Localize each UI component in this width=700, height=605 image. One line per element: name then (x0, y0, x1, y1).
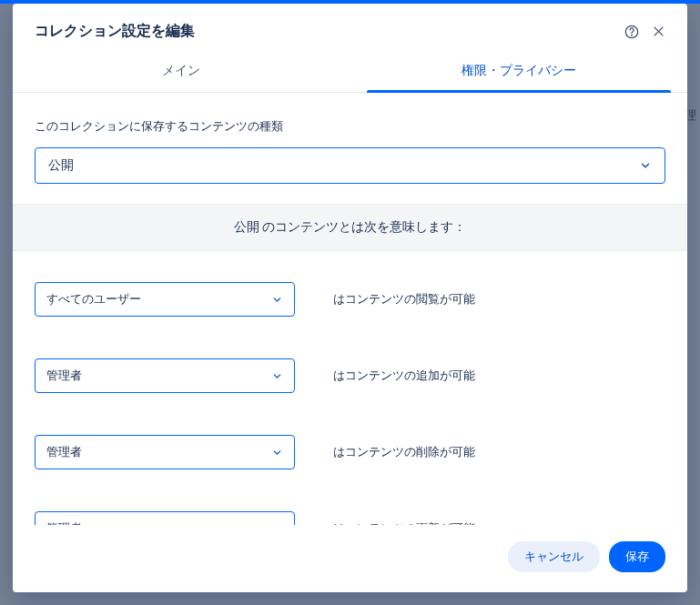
edit-collection-settings-modal: コレクション設定を編集 メイン 権限・プライバシー このコレクションに保存するコ… (13, 4, 687, 592)
chevron-down-icon (639, 159, 652, 172)
modal-footer: キャンセル 保存 (13, 525, 687, 592)
explanation-banner: 公開 のコンテンツとは次を意味します： (13, 204, 687, 251)
modal-header: コレクション設定を編集 (13, 4, 687, 52)
add-role-value: 管理者 (46, 368, 82, 384)
content-type-label: このコレクションに保存するコンテンツの種類 (35, 118, 665, 135)
permission-row-update: 管理者 はコンテンツの更新が可能 (35, 511, 665, 525)
modal-content: このコレクションに保存するコンテンツの種類 公開 公開 のコンテンツとは次を意味… (13, 93, 687, 525)
permission-row-add: 管理者 はコンテンツの追加が可能 (35, 358, 665, 393)
add-role-select[interactable]: 管理者 (35, 358, 295, 393)
close-icon[interactable] (652, 25, 665, 38)
permission-row-view: すべてのユーザー はコンテンツの閲覧が可能 (35, 282, 665, 317)
save-button[interactable]: 保存 (609, 541, 665, 572)
cancel-button[interactable]: キャンセル (508, 541, 600, 572)
header-actions (624, 25, 665, 39)
tab-main[interactable]: メイン (13, 52, 350, 93)
view-role-value: すべてのユーザー (46, 291, 141, 308)
add-permission-text: はコンテンツの追加が可能 (333, 368, 475, 384)
view-permission-text: はコンテンツの閲覧が可能 (333, 291, 475, 308)
tab-main-label: メイン (162, 63, 200, 77)
modal-title: コレクション設定を編集 (35, 22, 624, 41)
top-accent-bar (0, 0, 700, 4)
tab-privacy-label: 権限・プライバシー (462, 63, 576, 77)
svg-point-1 (632, 35, 633, 35)
chevron-down-icon (271, 294, 283, 306)
chevron-down-icon (271, 370, 283, 382)
update-role-select[interactable]: 管理者 (35, 511, 295, 525)
content-type-value: 公開 (48, 157, 74, 174)
tab-privacy[interactable]: 権限・プライバシー (350, 52, 688, 93)
help-icon[interactable] (624, 25, 639, 39)
content-type-select[interactable]: 公開 (35, 147, 665, 184)
delete-role-select[interactable]: 管理者 (35, 435, 295, 469)
permission-rows: すべてのユーザー はコンテンツの閲覧が可能 管理者 はコンテンツの追加が可能 (35, 251, 665, 525)
permission-row-delete: 管理者 はコンテンツの削除が可能 (35, 435, 665, 469)
delete-permission-text: はコンテンツの削除が可能 (333, 444, 475, 460)
tab-bar: メイン 権限・プライバシー (13, 52, 687, 93)
delete-role-value: 管理者 (46, 444, 82, 460)
chevron-down-icon (271, 447, 283, 459)
view-role-select[interactable]: すべてのユーザー (35, 282, 295, 317)
